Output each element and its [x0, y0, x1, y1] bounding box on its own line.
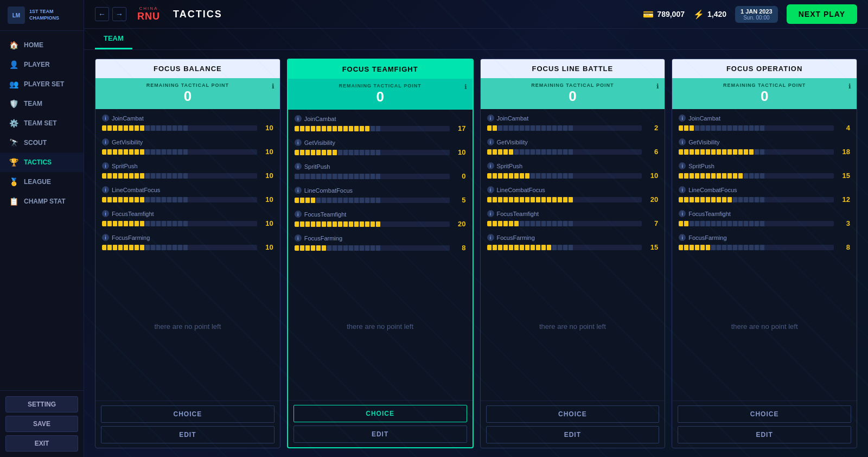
stat-info-icon[interactable]: i	[679, 115, 686, 122]
stat-info-icon[interactable]: i	[295, 163, 302, 170]
sidebar-item-league[interactable]: 🥇 LEAGUE	[0, 172, 84, 192]
nav-back-button[interactable]: ←	[95, 7, 109, 21]
stat-info-icon[interactable]: i	[487, 138, 494, 145]
bar-segment	[531, 245, 535, 250]
stat-info-icon[interactable]: i	[295, 234, 302, 242]
bar-segment	[173, 221, 177, 226]
bar-segment	[760, 197, 764, 202]
stat-info-icon[interactable]: i	[679, 234, 686, 241]
sidebar-item-scout[interactable]: 🔭 SCOUT	[0, 133, 84, 153]
topbar: ← → CHINA RNU TACTICS 💳 789,007 ⚡ 1,420 …	[84, 0, 868, 29]
save-button[interactable]: SAVE	[5, 416, 78, 432]
choice-button-focus-line-battle[interactable]: CHOICE	[486, 405, 660, 423]
date-line1: 1 JAN 2023	[741, 8, 773, 15]
bar-segment	[738, 173, 743, 179]
info-icon[interactable]: ℹ	[464, 83, 467, 91]
bar-segment	[107, 149, 112, 155]
choice-button-focus-balance[interactable]: CHOICE	[101, 405, 275, 423]
bar-segment	[162, 149, 166, 155]
bar-segment	[107, 197, 112, 202]
stat-info-icon[interactable]: i	[102, 115, 109, 122]
stat-label-focusteamfight: i FocusTeamfight	[487, 210, 659, 217]
choice-button-focus-operation[interactable]: CHOICE	[678, 405, 851, 423]
stat-value: 8	[454, 244, 466, 252]
sidebar-item-player[interactable]: 👤 PLAYER	[0, 55, 84, 74]
stat-info-icon[interactable]: i	[295, 139, 302, 146]
edit-button-focus-line-battle[interactable]: EDIT	[486, 426, 660, 443]
stat-info-icon[interactable]: i	[102, 138, 109, 145]
bar-segment	[129, 125, 133, 131]
bar-segment	[311, 221, 315, 227]
exit-button[interactable]: EXIT	[5, 435, 78, 452]
bar-segment	[509, 197, 513, 202]
stat-value: 5	[454, 196, 466, 204]
bar-segment	[717, 149, 721, 155]
stat-info-icon[interactable]: i	[487, 115, 494, 122]
bar-segment	[498, 221, 502, 226]
nav-forward-button[interactable]: →	[112, 7, 126, 21]
stat-info-icon[interactable]: i	[102, 162, 109, 169]
bar-segment	[493, 221, 497, 226]
stat-info-icon[interactable]: i	[679, 210, 686, 217]
choice-button-focus-teamfight[interactable]: CHOICE	[293, 405, 467, 422]
stat-bar-row: 20	[295, 220, 466, 228]
info-icon[interactable]: ℹ	[656, 82, 659, 90]
bar-segment	[695, 245, 699, 250]
edit-button-focus-operation[interactable]: EDIT	[678, 426, 851, 443]
bar-segment	[124, 245, 128, 250]
stat-bar-row: 4	[679, 124, 850, 132]
stat-value: 10	[261, 243, 273, 251]
sidebar-item-team-set[interactable]: ⚙️ TEAM SET	[0, 113, 84, 133]
stat-info-icon[interactable]: i	[295, 187, 302, 194]
bar-segment	[727, 125, 732, 131]
bar-segment	[498, 149, 502, 155]
bar-segment	[690, 221, 694, 226]
bar-segment	[316, 174, 321, 179]
bar-segment	[316, 198, 321, 203]
sidebar-item-team[interactable]: 🛡️ TEAM	[0, 94, 84, 113]
sidebar-item-home[interactable]: 🏠 HOME	[0, 35, 84, 55]
bar-segment	[679, 173, 683, 179]
bar-segment	[514, 245, 519, 250]
bar-segment	[520, 125, 524, 131]
bar-segment	[547, 149, 551, 155]
stat-info-icon[interactable]: i	[295, 115, 302, 122]
info-icon[interactable]: ℹ	[848, 82, 851, 90]
bar-segment	[558, 197, 562, 202]
bar-segment	[684, 197, 688, 202]
stat-info-icon[interactable]: i	[679, 162, 686, 169]
stat-info-icon[interactable]: i	[295, 211, 302, 218]
stat-info-icon[interactable]: i	[102, 210, 109, 217]
stat-info-icon[interactable]: i	[102, 186, 109, 193]
stat-info-icon[interactable]: i	[102, 234, 109, 241]
bar-segment	[322, 150, 326, 155]
bar-segment	[376, 221, 380, 227]
stat-info-icon[interactable]: i	[679, 138, 686, 145]
stat-info-icon[interactable]: i	[487, 210, 494, 217]
stat-info-icon[interactable]: i	[679, 186, 686, 193]
stat-value: 18	[838, 148, 850, 156]
stat-info-icon[interactable]: i	[487, 234, 494, 241]
stat-info-icon[interactable]: i	[487, 186, 494, 193]
bar-segment	[514, 125, 519, 131]
no-points-text: there are no point left	[102, 258, 273, 395]
setting-button[interactable]: SETTING	[5, 396, 78, 412]
info-icon[interactable]: ℹ	[272, 82, 275, 90]
bar-segment	[760, 245, 764, 250]
bar-segment	[316, 221, 321, 227]
sidebar-item-player-set[interactable]: 👥 PLAYER SET	[0, 74, 84, 94]
next-play-button[interactable]: NEXT PLAY	[787, 4, 857, 24]
sidebar-item-tactics[interactable]: 🏆 TACTICS	[0, 153, 84, 172]
stat-bar-row: 8	[679, 243, 850, 251]
stat-info-icon[interactable]: i	[487, 162, 494, 169]
sidebar: LM 1ST TEAM CHAMPIONS 🏠 HOME 👤 PLAYER 👥 …	[0, 0, 84, 457]
tab-team[interactable]: TEAM	[95, 29, 132, 49]
edit-button-focus-balance[interactable]: EDIT	[101, 426, 275, 443]
bar-segment	[552, 149, 557, 155]
sidebar-item-champ-stat[interactable]: 📋 CHAMP STAT	[0, 192, 84, 211]
bar-segment	[717, 173, 721, 179]
bar-segment	[365, 221, 369, 227]
bar-segment	[738, 197, 743, 202]
bar-segment	[541, 197, 546, 202]
edit-button-focus-teamfight[interactable]: EDIT	[293, 426, 467, 443]
